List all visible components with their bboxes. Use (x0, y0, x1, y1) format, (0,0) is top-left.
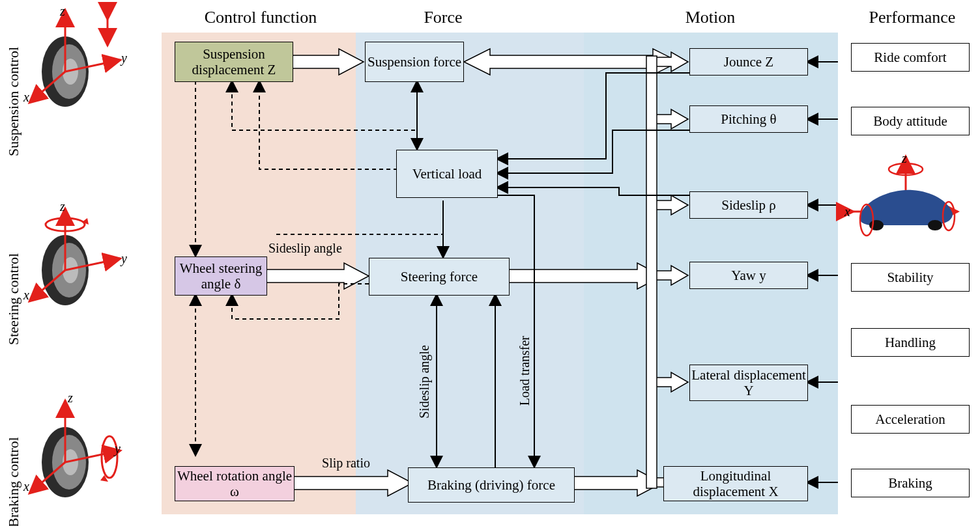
axis-z-car: z (902, 151, 907, 166)
axis-x-3: x (23, 479, 29, 494)
box-yaw: Yaw y (689, 262, 808, 289)
box-handling: Handling (851, 328, 970, 357)
box-longitudinal-disp: Longitudinal displacement X (663, 466, 808, 501)
box-ride-comfort: Ride comfort (851, 43, 970, 72)
header-force: Force (397, 8, 489, 27)
box-suspension-force: Suspension force (365, 42, 464, 82)
diagram-stage: Control function Force Motion Performanc… (0, 0, 980, 526)
box-body-attitude: Body attitude (851, 107, 970, 135)
axis-y-1: y (121, 51, 127, 66)
box-acceleration: Acceleration (851, 405, 970, 434)
label-load-transfer: Load transfer (517, 336, 532, 406)
svg-rect-3 (646, 56, 657, 488)
box-braking-force: Braking (driving) force (408, 467, 575, 503)
box-wheel-steering-angle: Wheel steering angle δ (175, 256, 267, 296)
axis-x-car: x (844, 204, 850, 219)
axis-y-2: y (121, 251, 127, 266)
svg-point-39 (928, 220, 942, 230)
box-wheel-rotation-angle: Wheel rotation angle ω (175, 466, 295, 501)
row-steering-control: Steering control (5, 215, 22, 345)
header-control-function: Control function (176, 8, 345, 27)
header-motion: Motion (658, 8, 762, 27)
label-sideslip-angle-vert: Sideslip angle (417, 345, 432, 419)
box-sideslip: Sideslip ρ (689, 191, 808, 219)
box-vertical-load: Vertical load (396, 150, 498, 198)
axis-z-1: z (60, 4, 65, 19)
row-suspension-control: Suspension control (5, 26, 22, 156)
box-suspension-displacement: Suspension displacement Z (175, 42, 293, 82)
label-sideslip-angle-top: Sideslip angle (268, 241, 347, 256)
box-jounce: Jounce Z (689, 48, 808, 76)
box-steering-force: Steering force (369, 258, 510, 296)
axis-x-1: x (23, 90, 29, 105)
box-braking-perf: Braking (851, 469, 970, 497)
axis-x-2: x (23, 288, 29, 303)
axis-y-3: y (115, 441, 121, 456)
box-lateral-disp: Lateral displacement Y (689, 365, 808, 401)
axis-z-3: z (68, 391, 73, 406)
header-performance: Performance (854, 8, 971, 27)
box-stability: Stability (851, 263, 970, 292)
row-braking-control: Braking control (5, 404, 22, 526)
label-slip-ratio: Slip ratio (310, 456, 382, 471)
axis-z-2: z (60, 199, 65, 214)
box-pitching: Pitching θ (689, 105, 808, 133)
